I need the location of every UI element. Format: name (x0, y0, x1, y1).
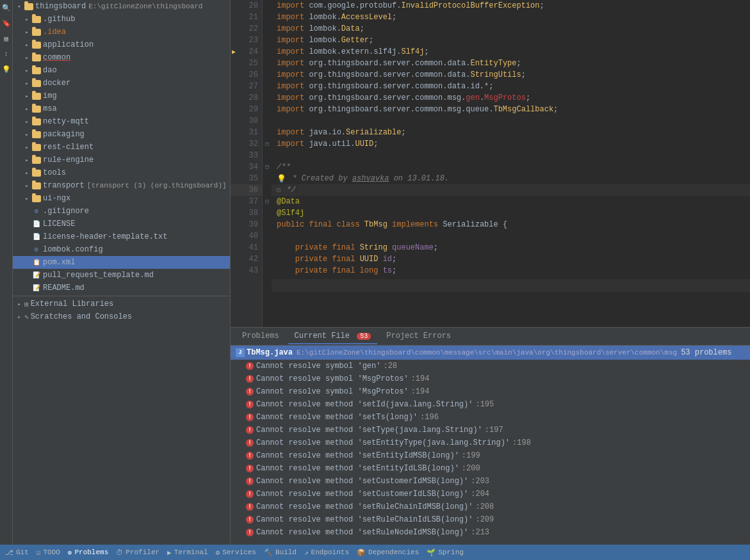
code-line-25: import org.thingsboard.server.common.dat… (272, 58, 750, 69)
sidebar-item-transport[interactable]: transport [transport (3) (org.thingsboar… (13, 179, 230, 192)
annotation-token: @Data (277, 197, 300, 206)
sidebar-item-scratches[interactable]: ✎ Scratches and Consoles (13, 310, 230, 323)
arrow-icon (23, 143, 31, 151)
problem-item-9[interactable]: ! Cannot resolve method 'setCustomerIdMS… (231, 475, 750, 488)
class-token: UUID (355, 140, 373, 148)
sidebar-item-external-libs[interactable]: ⊞ External Libraries (13, 298, 230, 310)
problem-item-1[interactable]: ! Cannot resolve symbol 'MsgProtos' :194 (231, 372, 750, 385)
class-token: EntityType (470, 59, 516, 68)
status-dependencies[interactable]: 📦 Dependencies (357, 548, 419, 557)
code-line-43: private final long ts; (272, 265, 750, 276)
problem-item-4[interactable]: ! Cannot resolve method 'setTs(long)' :1… (231, 411, 750, 424)
problem-item-10[interactable]: ! Cannot resolve method 'setCustomerIdLS… (231, 488, 750, 500)
annotation-token: @Slf4j (277, 209, 304, 218)
problem-item-7[interactable]: ! Cannot resolve method 'setEntityIdMSB(… (231, 449, 750, 462)
sidebar-item-packaging[interactable]: packaging (13, 128, 230, 141)
sidebar-item-idea[interactable]: .idea (13, 26, 230, 38)
sidebar-item-root[interactable]: thingsboard E:\gitCloneZone\thingsboard (13, 0, 230, 13)
sidebar-item-github[interactable]: .github (13, 13, 230, 26)
code-line-34: /** (272, 161, 750, 173)
keyword-token: import (277, 36, 304, 45)
keyword-token: import (277, 140, 304, 148)
file-icon: 📋 (32, 258, 41, 267)
code-token: ; (516, 59, 521, 68)
sidebar-item-license-template[interactable]: 📄 license-header-template.txt (13, 230, 230, 243)
error-token: MsgProtos (484, 93, 526, 102)
status-terminal[interactable]: ▶ Terminal (167, 548, 208, 557)
sidebar-item-pom-xml[interactable]: 📋 pom.xml (13, 256, 230, 269)
arrow-icon (23, 156, 31, 164)
problem-item-3[interactable]: ! Cannot resolve method 'setId(java.lang… (231, 398, 750, 411)
sidebar-item-application[interactable]: application (13, 38, 230, 51)
sidebar-item-docker[interactable]: docker (13, 77, 230, 90)
code-token: org.thingsboard.server.common.msg.queue. (304, 105, 493, 114)
sidebar-item-rule-engine[interactable]: rule-engine (13, 154, 230, 166)
tab-project-errors[interactable]: Project Errors (380, 329, 457, 344)
notifications-icon[interactable]: 💡 (1, 64, 12, 74)
bookmark-icon[interactable]: 🔖 (1, 18, 12, 28)
problem-item-13[interactable]: ! Cannot resolve method 'setRuleNodeIdMS… (231, 526, 750, 539)
code-content[interactable]: import com.google.protobuf.InvalidProtoc… (272, 0, 750, 327)
problem-file-header[interactable]: J TbMsg.java E:\gitCloneZone\thingsboard… (231, 346, 750, 360)
sidebar-item-lombok-config[interactable]: ⚙ lombok.config (13, 243, 230, 256)
fold-icon[interactable]: ⊟ (265, 163, 269, 171)
line-number-31: 31 (231, 127, 262, 138)
status-todo[interactable]: ☑ TODO (37, 548, 60, 557)
problem-item-6[interactable]: ! Cannot resolve method 'setEntityType(j… (231, 436, 750, 449)
line-numbers-gutter: 20 21 22 23 24 ▶ 25 26 27 28 29 30 31 32… (231, 0, 263, 327)
sidebar-item-label: External Libraries (31, 300, 114, 308)
class-token: TbMsg (364, 220, 387, 229)
field-token: ts (383, 266, 392, 275)
status-spring[interactable]: 🌱 Spring (427, 548, 464, 557)
tab-problems[interactable]: Problems (236, 329, 286, 344)
sidebar-item-msa[interactable]: msa (13, 102, 230, 115)
code-token: ; (373, 140, 378, 148)
folder-icon (32, 80, 41, 87)
problem-message: Cannot resolve symbol 'gen' (256, 362, 380, 371)
sidebar-item-suffix: [transport (3) (org.thingsboard)] (87, 182, 227, 189)
status-build[interactable]: 🔨 Build (264, 548, 297, 557)
changes-icon[interactable]: ↕ (1, 49, 12, 59)
problem-item-11[interactable]: ! Cannot resolve method 'setRuleChainIdM… (231, 500, 750, 513)
problem-item-8[interactable]: ! Cannot resolve method 'setEntityIdLSB(… (231, 462, 750, 475)
sidebar-item-netty-mqtt[interactable]: netty-mqtt (13, 115, 230, 128)
error-token: gen (466, 93, 480, 102)
sidebar-item-dao[interactable]: dao (13, 64, 230, 77)
error-badge-icon: ! (246, 375, 254, 383)
arrow-icon (23, 67, 31, 74)
problem-item-0[interactable]: ! Cannot resolve symbol 'gen' :28 (231, 360, 750, 372)
field-token: id (383, 255, 392, 264)
status-profiler[interactable]: ⏱ Profiler (116, 548, 159, 557)
code-token: ; (401, 128, 405, 137)
fold-icon[interactable]: ⊟ (265, 140, 269, 148)
status-services[interactable]: ⚙ Services (216, 548, 256, 557)
inspect-icon[interactable]: 🔍 (1, 3, 12, 13)
sidebar-item-rest-client[interactable]: rest-client (13, 141, 230, 154)
sidebar-item-gitignore[interactable]: ⚙ .gitignore (13, 205, 230, 218)
line-number-41: 41 (231, 242, 262, 253)
comment-token: * Created by ashvayka on 13.01.18. (288, 174, 449, 183)
line-number-21: 21 (231, 12, 262, 23)
sidebar-item-readme[interactable]: 📝 README.md (13, 282, 230, 294)
problem-item-12[interactable]: ! Cannot resolve method 'setRuleChainIdL… (231, 513, 750, 526)
status-git[interactable]: ⎇ Git (5, 548, 29, 557)
sidebar-item-common[interactable]: common (13, 51, 230, 64)
arrow-icon (23, 105, 31, 113)
fold-icon[interactable]: ⊟ (265, 198, 269, 205)
sidebar-item-license[interactable]: 📄 LICENSE (13, 218, 230, 230)
problem-message: Cannot resolve method 'setCustomerIdLSB(… (256, 490, 468, 499)
status-problems[interactable]: ⊗ Problems (68, 548, 108, 557)
sidebar-item-img[interactable]: img (13, 90, 230, 102)
code-line-20: import com.google.protobuf.InvalidProtoc… (272, 0, 750, 12)
status-endpoints[interactable]: ↗ Endpoints (304, 548, 349, 557)
tab-current-file[interactable]: Current File 53 (288, 329, 378, 344)
structure-icon[interactable]: ▦ (1, 33, 12, 44)
sidebar-item-pull-request[interactable]: 📝 pull_request_template.md (13, 269, 230, 282)
sidebar-item-tools[interactable]: tools (13, 166, 230, 179)
sidebar-item-ui-ngx[interactable]: ui-ngx (13, 192, 230, 205)
problem-item-2[interactable]: ! Cannot resolve symbol 'MsgProtos' :194 (231, 385, 750, 398)
line-number-34: 34 (231, 161, 262, 173)
git-icon: ⎇ (5, 548, 13, 557)
problem-item-5[interactable]: ! Cannot resolve method 'setType(java.la… (231, 424, 750, 436)
code-token: com.google.protobuf. (304, 1, 401, 10)
